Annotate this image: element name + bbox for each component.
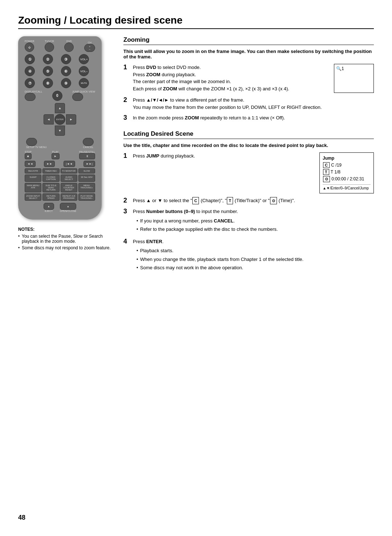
loc-bullet2: Refer to the package supplied with the d…	[136, 226, 374, 233]
display-label: DISPLAY/CALL	[25, 90, 42, 93]
return-button[interactable]: RETURN SPEED	[42, 193, 59, 201]
play-mode-button[interactable]: PLAY MODE TRACKING–	[78, 193, 95, 201]
rew-button[interactable]: ◄◄	[25, 161, 36, 167]
jump-label: JUMP QUICK VIEW	[72, 90, 95, 93]
loc-step3-bullets: If you input a wrong number, press CANCE…	[136, 217, 374, 233]
main-menu-button[interactable]: MAIN MENU ATR	[25, 183, 41, 192]
num1-button[interactable]: ①	[25, 54, 35, 64]
jump-display-box: Jump C C /19 T T 1/8 ⊙ 0:00:00 / 2:02:31…	[319, 152, 374, 193]
zooming-section: Zooming This unit will allow you to zoom…	[123, 36, 374, 122]
loc-bullet5: Some discs may not work in the above ope…	[136, 264, 374, 271]
zoom-step2-press: Press ▲/▼/◄/► to view a different part o…	[133, 97, 244, 103]
dpad-down[interactable]: ▼	[55, 126, 65, 136]
jump-box-footer: ▲▼/Enter/0–9/Cancel/Jump	[323, 184, 371, 190]
left-column: POWER ⏻ TV/VCR DVD CH +– ①	[18, 36, 113, 277]
tvvcr-button[interactable]	[45, 42, 54, 52]
loc-step4-text: Press ENTER.	[133, 239, 164, 244]
dpad-up[interactable]: ▲	[55, 103, 65, 113]
loc-step3: 3 Press Number buttons (0–9) to input th…	[123, 208, 374, 234]
loc-step2-text: Press ▲ or ▼ to select the "C (Chapter)"…	[133, 198, 295, 203]
cancel-button[interactable]	[83, 138, 94, 146]
loc-bullet1: If you input a wrong number, press CANCE…	[136, 217, 374, 225]
zoom-step3-content: In the zoom mode press ZOOM repeatedly t…	[133, 114, 374, 122]
zoom-step1-each: Each press of	[133, 86, 163, 91]
num3-button[interactable]: ③	[61, 54, 71, 64]
remote-control: POWER ⏻ TV/VCR DVD CH +– ①	[18, 36, 102, 220]
eject-label: EJECT	[44, 210, 54, 212]
dpad-right[interactable]: ►	[66, 114, 76, 124]
fwd-button[interactable]: ►►	[44, 161, 55, 167]
tvvcr-label: TV/VCR	[45, 40, 54, 42]
loc-step1-num: 1	[123, 152, 129, 159]
jump-box-row3: ⊙ 0:00:00 / 2:02:31	[323, 176, 371, 182]
locating-section: Locating Desired Scene Use the title, ch…	[123, 130, 374, 273]
loc-step3-num: 3	[123, 208, 129, 214]
play-button[interactable]: ►	[52, 153, 60, 159]
zoom-step1-during: during playback.	[160, 72, 196, 77]
stop-button[interactable]: ■	[25, 153, 32, 159]
num6-button[interactable]: ⑥	[61, 66, 71, 76]
enter-button[interactable]: ENTER	[54, 114, 65, 125]
sec-adv-button[interactable]: 30 Sec ADV	[78, 175, 95, 182]
num9-button[interactable]: ⑨	[61, 78, 71, 88]
num8-button[interactable]: ⑧	[43, 78, 53, 88]
num0-button[interactable]: 0	[52, 91, 62, 101]
subtitle-button[interactable]: SUB TITLE ZERO RETURN	[42, 183, 59, 192]
audio-button[interactable]: AUDIO SELECT	[61, 175, 77, 182]
zoom-button[interactable]: ZOOM INPUT SELECT	[25, 193, 41, 201]
angle-button[interactable]: ANGLE COUNTER RESET	[61, 183, 77, 192]
loc-step2: 2 Press ▲ or ▼ to select the "C (Chapter…	[123, 197, 374, 205]
note-item-1: You can select the Pause, Slow or Search…	[18, 234, 113, 244]
loc-step3-text: Press Number buttons (0–9) to input the …	[133, 209, 238, 214]
dvd-button[interactable]	[64, 42, 74, 52]
next-button[interactable]: ►►|	[83, 161, 95, 167]
zoom-step1-zoom2: ZOOM	[163, 86, 177, 91]
zoom-step2-move: You may move the frame from the center p…	[133, 105, 322, 110]
pause-button[interactable]: ⏸	[79, 153, 95, 159]
power-label: POWER	[25, 40, 34, 42]
rec-button[interactable]: REC/OTR	[25, 168, 41, 173]
monitor-button[interactable]: TV MONITOR	[61, 168, 77, 173]
vol-down-button[interactable]: VOL–	[79, 66, 89, 76]
num2-button[interactable]: ②	[43, 54, 53, 64]
zoom-step3-text: In the zoom mode press ZOOM repeatedly t…	[133, 115, 285, 120]
setup-label: SETUP TV MENU	[26, 146, 47, 148]
timer-button[interactable]: TIMER REC	[42, 168, 59, 173]
display-button[interactable]	[25, 93, 36, 101]
locating-title: Locating Desired Scene	[123, 130, 374, 139]
notes-section: NOTES: You can select the Pause, Slow or…	[18, 227, 113, 250]
slow-button[interactable]: SLOW	[78, 168, 95, 173]
loc-step2-num: 2	[123, 197, 129, 204]
num7-button[interactable]: ⑦	[25, 78, 35, 88]
sleep-button[interactable]: SLEEP	[25, 175, 41, 182]
note-item-2: Some discs may not respond to zoom featu…	[18, 245, 113, 250]
stop-label: STOP	[25, 151, 32, 153]
zooming-title: Zooming	[123, 36, 374, 45]
ch-button[interactable]: +–	[84, 44, 95, 52]
num5-button[interactable]: ⑤	[43, 66, 53, 76]
setup-button[interactable]	[26, 138, 37, 146]
loc-step1: 1 Press JUMP during playback. Jump C C /…	[123, 152, 374, 193]
dpad-left[interactable]: ◄	[44, 114, 54, 124]
num4-button[interactable]: ④	[25, 66, 35, 76]
caption-button[interactable]: CLOSED CAPTION	[42, 175, 59, 182]
loc-step4-num: 4	[123, 238, 129, 245]
notes-title: NOTES:	[18, 227, 113, 232]
page-number: 48	[18, 514, 25, 521]
menu-button[interactable]: MENU TRACKING+	[78, 183, 95, 192]
power-button[interactable]: ⏻	[25, 42, 34, 52]
zoom-step1-content: Press DVD to select DVD mode. Press ZOOM…	[133, 64, 328, 92]
loc-step1-text: Press JUMP during playback.	[133, 153, 195, 159]
vol-up-button[interactable]: VOL+	[79, 54, 89, 64]
jump-button[interactable]	[72, 93, 83, 101]
zoom-step1-press2: Press	[133, 72, 146, 77]
mute-button[interactable]: MUTE	[79, 78, 89, 88]
loc-step3-content: Press Number buttons (0–9) to input the …	[133, 208, 374, 234]
zoom-step3-num: 3	[123, 114, 129, 121]
ch-label: CH	[84, 41, 95, 44]
open-close-button[interactable]: ▲	[60, 203, 77, 210]
repeat-button[interactable]: REPEAT A-B PROGRAM	[61, 193, 77, 201]
loc-step4-content: Press ENTER. Playback starts. When you c…	[133, 238, 374, 273]
prev-button[interactable]: |◄◄	[64, 161, 75, 167]
eject-button[interactable]: ▲	[44, 203, 54, 210]
